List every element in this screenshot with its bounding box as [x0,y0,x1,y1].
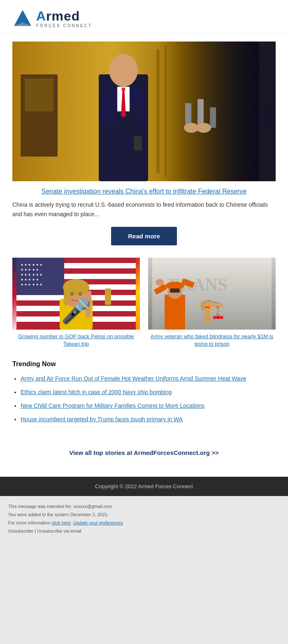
trending-title: Trending Now [12,360,276,368]
hero-image-container [12,42,276,181]
svg-rect-20 [165,46,167,177]
hero-image [12,42,276,181]
header: Armed FORCES CONNECT [0,0,288,33]
read-more-button[interactable]: Read more [111,227,177,245]
trending-item-1: Army and Air Force Run Out of Female Hot… [21,374,276,384]
logo-text: Armed FORCES CONNECT [36,9,92,28]
svg-point-65 [156,279,164,286]
email-footer-line4: Unsubscribe | Unsubscribe via email [8,527,280,536]
intended-for-text: This message was intended for: xxxxxx@gm… [8,504,112,509]
article-image-veteran: ERANS [148,258,276,330]
svg-rect-62 [170,289,180,293]
email-footer-line3: For more information click here. Update … [8,519,280,527]
brand-tagline: FORCES CONNECT [36,23,92,28]
article-image-pelosi: ★ ★ ★ ★ ★ ★ ★ ★ ★ ★ ★ ★ ★ ★ ★ ★ ★ ★ ★ ★ … [12,258,140,330]
svg-point-49 [79,292,82,296]
email-footer-line1: This message was intended for: xxxxxx@gm… [8,503,280,511]
logo-triangle-icon [12,8,33,29]
view-all-link[interactable]: View all top stories at ArmedForcesConne… [69,449,218,456]
article-card-pelosi: ★ ★ ★ ★ ★ ★ ★ ★ ★ ★ ★ ★ ★ ★ ★ ★ ★ ★ ★ ★ … [12,258,140,348]
svg-rect-33 [16,306,136,311]
trending-item-3: New Child Care Program for Military Fami… [21,401,276,411]
click-here-link[interactable]: click here [51,520,70,525]
trending-list: Army and Air Force Run Out of Female Hot… [12,374,276,425]
svg-rect-35 [16,316,136,322]
trending-section: Trending Now Army and Air Force Run Out … [12,360,276,425]
trending-link-1[interactable]: Army and Air Force Run Out of Female Hot… [21,375,246,382]
logo-container: Armed FORCES CONNECT [12,8,276,29]
svg-text:★ ★ ★ ★ ★ ★: ★ ★ ★ ★ ★ ★ [21,273,42,277]
article-card-veteran: ERANS [148,258,276,348]
email-footer-line2: You were added to the system December 2,… [8,511,280,519]
footer-bar: Copyright © 2022 Armed Forces Connect [0,477,288,496]
trending-item-4: House incumbent targeted by Trump faces … [21,414,276,425]
svg-rect-61 [166,284,184,287]
svg-rect-51 [88,291,91,303]
svg-text:★ ★ ★ ★ ★ ★: ★ ★ ★ ★ ★ ★ [21,263,42,267]
email-footer: This message was intended for: xxxxxx@gm… [0,496,288,542]
svg-rect-47 [105,289,111,305]
added-date-text: You were added to the system December 2,… [8,512,109,517]
svg-rect-16 [210,107,216,128]
for-more-info-text: For more information [8,520,51,525]
svg-rect-22 [25,78,53,111]
article-link-pelosi[interactable]: Growing number in GOP back Pelosi on pos… [12,333,140,348]
hero-article-link[interactable]: Senate investigation reveals China's eff… [12,187,276,196]
svg-text:★ ★ ★ ★ ★: ★ ★ ★ ★ ★ [21,278,39,282]
svg-rect-32 [16,300,136,306]
hero-excerpt: China is actively trying to recruit U.S.… [12,200,276,219]
secondary-articles: ★ ★ ★ ★ ★ ★ ★ ★ ★ ★ ★ ★ ★ ★ ★ ★ ★ ★ ★ ★ … [12,258,276,348]
svg-rect-34 [16,311,136,316]
svg-rect-19 [156,50,160,173]
article-link-veteran[interactable]: Army veteran who faked blindness for nea… [148,333,276,348]
main-content: Senate investigation reveals China's eff… [0,42,288,477]
trending-item-2: Ethics claim latest hitch in case of 200… [21,387,276,397]
update-prefs-link[interactable]: Update your preferences [73,520,123,525]
trending-link-2[interactable]: Ethics claim latest hitch in case of 200… [21,389,172,395]
svg-rect-43 [60,299,93,330]
view-all-section: View all top stories at ArmedForcesConne… [12,437,276,464]
svg-text:★ ★ ★ ★ ★ ★: ★ ★ ★ ★ ★ ★ [21,283,42,286]
svg-rect-13 [134,136,142,150]
svg-rect-50 [86,297,91,317]
svg-point-48 [70,292,74,296]
svg-rect-46 [64,289,70,305]
trending-link-4[interactable]: House incumbent targeted by Trump faces … [21,416,183,422]
copyright-text: Copyright © 2022 Armed Forces Connect [95,483,193,489]
svg-rect-58 [165,295,185,330]
svg-text:★ ★ ★ ★ ★: ★ ★ ★ ★ ★ [21,268,39,272]
svg-rect-12 [130,107,140,140]
svg-point-6 [109,54,138,87]
trending-link-3[interactable]: New Child Care Program for Military Fami… [21,402,204,409]
brand-name: Armed [36,9,92,23]
svg-point-18 [196,123,211,133]
svg-rect-9 [122,88,125,91]
